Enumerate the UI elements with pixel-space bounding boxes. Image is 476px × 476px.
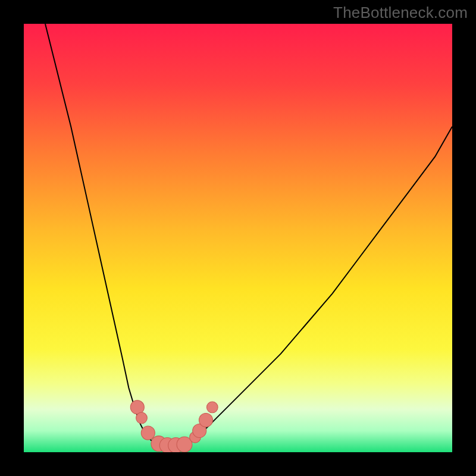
bottleneck-curve	[45, 24, 452, 446]
data-point-marker	[136, 412, 148, 424]
chart-frame: TheBottleneck.com	[0, 0, 476, 476]
watermark-text: TheBottleneck.com	[333, 4, 468, 22]
data-point-marker	[130, 400, 144, 414]
data-point-marker	[206, 402, 218, 413]
curve-group	[45, 24, 452, 446]
marker-group	[130, 400, 218, 452]
data-point-marker	[141, 426, 155, 440]
chart-svg	[24, 24, 452, 452]
data-point-marker	[199, 413, 212, 427]
